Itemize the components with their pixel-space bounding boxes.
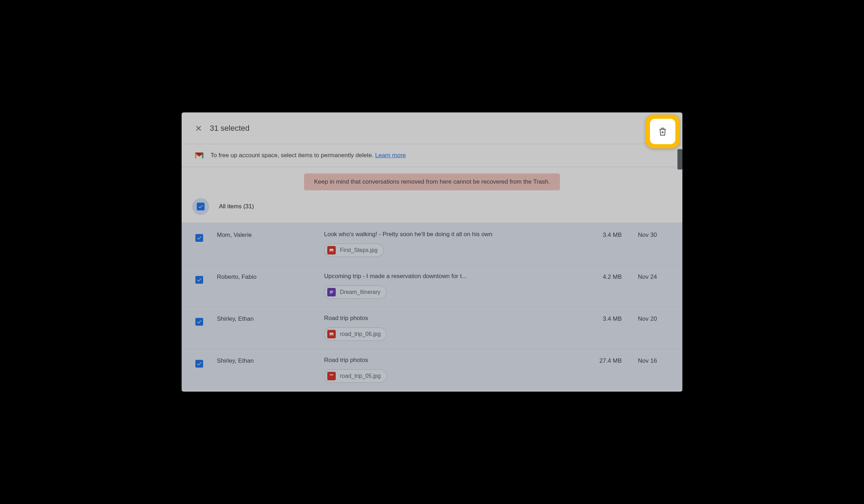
row-checkbox[interactable] (195, 360, 203, 368)
date: Nov 16 (622, 357, 682, 364)
row-checkbox-wrap (192, 273, 206, 287)
attachment-chip[interactable]: Dream_Itinerary (324, 285, 387, 299)
date: Nov 30 (622, 231, 682, 239)
size: 3.4 MB (569, 231, 622, 239)
close-icon (194, 124, 203, 133)
subject: Look who's walking! - Pretty soon he'll … (324, 231, 562, 238)
row-checkbox[interactable] (195, 318, 203, 326)
row-checkbox-wrap (192, 357, 206, 371)
date: Nov 20 (622, 315, 682, 322)
sender: Shirley, Ethan (217, 357, 324, 364)
video-icon (327, 372, 336, 380)
row-checkbox[interactable] (195, 276, 203, 284)
info-message: To free up account space, select items t… (211, 152, 375, 159)
gmail-icon (194, 150, 204, 160)
attachment-chip[interactable]: road_trip_06.jpg (324, 327, 387, 341)
sender: Mom, Valerie (217, 231, 324, 239)
email-row[interactable]: Shirley, Ethan Road trip photos road_tri… (182, 349, 682, 391)
sender: Shirley, Ethan (217, 315, 324, 322)
attachment-name: Dream_Itinerary (340, 289, 381, 295)
email-row[interactable]: Roberto, Fabio Upcoming trip - I made a … (182, 265, 682, 307)
row-checkbox-wrap (192, 315, 206, 329)
check-icon (196, 361, 202, 367)
check-icon (198, 204, 203, 209)
attachment-chip[interactable]: road_trip_05.jpg (324, 369, 387, 383)
attachment-name: road_trip_06.jpg (340, 331, 381, 337)
date: Nov 24 (622, 273, 682, 281)
list-header: All items (31) (182, 190, 682, 223)
email-list: Mom, Valerie Look who's walking! - Prett… (182, 223, 682, 391)
attachment-name: First_Steps.jpg (340, 247, 378, 253)
size: 3.4 MB (569, 315, 622, 322)
email-row[interactable]: Shirley, Ethan Road trip photos road_tri… (182, 307, 682, 349)
delete-callout (646, 115, 680, 148)
warning-banner: Keep in mind that conversations removed … (304, 173, 560, 190)
doc-icon (327, 288, 336, 296)
image-icon (327, 330, 336, 338)
size: 4.2 MB (569, 273, 622, 281)
sender: Roberto, Fabio (217, 273, 324, 281)
selection-count: 31 selected (210, 124, 250, 133)
image-icon (327, 246, 336, 254)
attachment-chip[interactable]: First_Steps.jpg (324, 244, 384, 257)
learn-more-link[interactable]: Learn more (375, 152, 406, 159)
info-bar: To free up account space, select items t… (182, 144, 682, 167)
delete-forever-button[interactable] (650, 119, 675, 144)
selection-header: 31 selected (182, 112, 682, 144)
info-text: To free up account space, select items t… (211, 152, 406, 159)
check-icon (196, 277, 202, 283)
check-icon (196, 319, 202, 325)
select-all-wrap (192, 198, 209, 215)
scrollbar-thumb[interactable] (677, 149, 682, 170)
close-button[interactable] (190, 120, 207, 137)
subject: Upcoming trip - I made a reservation dow… (324, 273, 562, 280)
all-items-label: All items (31) (219, 203, 254, 210)
email-row[interactable]: Mom, Valerie Look who's walking! - Prett… (182, 223, 682, 265)
check-icon (196, 235, 202, 241)
row-checkbox-wrap (192, 231, 206, 245)
size: 27.4 MB (569, 357, 622, 364)
subject: Road trip photos (324, 315, 562, 322)
attachment-name: road_trip_05.jpg (340, 373, 381, 379)
trash-x-icon (658, 127, 668, 136)
subject: Road trip photos (324, 357, 562, 364)
row-checkbox[interactable] (195, 234, 203, 242)
select-all-checkbox[interactable] (197, 203, 205, 210)
